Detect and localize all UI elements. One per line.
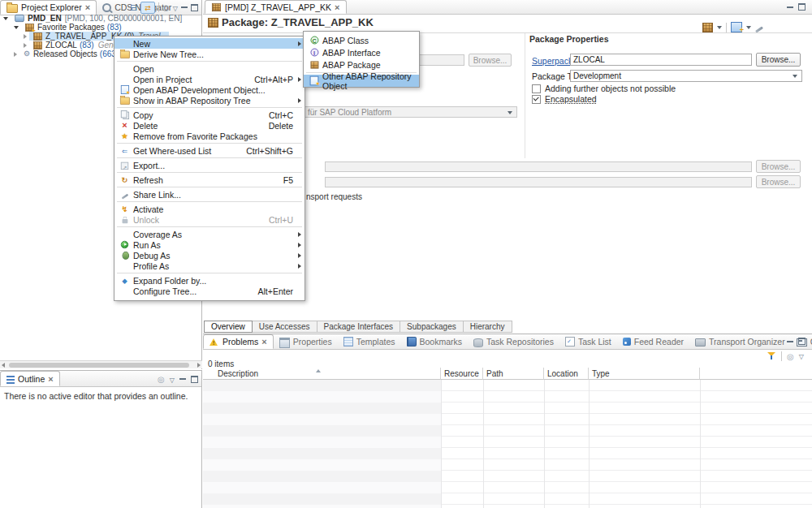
- horizontal-scrollbar[interactable]: [0, 360, 202, 368]
- menu-item-configure-tree[interactable]: Configure Tree...Alt+Enter: [114, 286, 304, 296]
- outline-view: Outline There is no active editor that p…: [0, 370, 202, 508]
- maximize-icon[interactable]: [798, 338, 806, 345]
- menu-item-expand-folder-by[interactable]: Expand Folder by...: [114, 275, 304, 286]
- close-icon[interactable]: [48, 374, 53, 384]
- derive-tree-icon: [120, 51, 130, 58]
- tab-task-repositories[interactable]: Task Repositories: [468, 334, 559, 349]
- tab-outline[interactable]: Outline: [0, 371, 60, 386]
- chevron-right-icon[interactable]: [24, 43, 27, 48]
- chevron-right-icon[interactable]: [24, 34, 27, 39]
- menu-item-show-in-abap-repository-tree[interactable]: Show in ABAP Repository Tree: [114, 95, 304, 105]
- tab-overview[interactable]: Overview: [204, 321, 253, 333]
- minimize-icon[interactable]: [179, 378, 186, 380]
- tab-transport-organizer[interactable]: Transport Organizer: [689, 334, 791, 349]
- checkbox-icon[interactable]: [532, 84, 541, 93]
- maximize-icon[interactable]: [191, 376, 198, 383]
- package-icon: [33, 41, 42, 50]
- menu-item-delete[interactable]: DeleteDelete: [114, 120, 304, 131]
- close-icon[interactable]: [261, 337, 266, 347]
- maximize-icon[interactable]: [191, 4, 198, 11]
- menu-item-run-as[interactable]: Run As: [114, 239, 304, 250]
- tab-editor-package[interactable]: [PMD] Z_TRAVEL_APP_KK: [205, 0, 347, 14]
- menu-item-export[interactable]: Export...: [114, 160, 304, 170]
- dropdown-caret-icon[interactable]: [717, 26, 722, 29]
- collapse-all-icon[interactable]: [130, 2, 137, 12]
- tab-subpackages[interactable]: Subpackages: [400, 321, 464, 333]
- checkbox-checked-icon[interactable]: [532, 95, 541, 104]
- column-path[interactable]: Path: [483, 368, 544, 380]
- menu-item-refresh[interactable]: RefreshF5: [114, 174, 304, 185]
- menu-item-coverage-as[interactable]: Coverage As: [114, 229, 304, 239]
- menu-item-activate[interactable]: Activate: [114, 204, 304, 214]
- tab-bookmarks[interactable]: Bookmarks: [401, 334, 469, 349]
- view-menu-icon[interactable]: [799, 351, 804, 361]
- column-description[interactable]: Description: [203, 368, 441, 380]
- menu-item-share-link[interactable]: Share Link...: [114, 189, 304, 200]
- minimize-icon[interactable]: [787, 341, 793, 342]
- chevron-right-icon[interactable]: [14, 52, 17, 57]
- focus-icon[interactable]: [162, 2, 170, 12]
- column-resource[interactable]: Resource: [441, 368, 483, 380]
- scroll-right-icon[interactable]: [197, 363, 201, 368]
- menu-item-debug-as[interactable]: Debug As: [114, 250, 304, 260]
- application-component-combo[interactable]: für SAP Cloud Platform: [268, 106, 517, 118]
- close-icon[interactable]: [85, 2, 90, 12]
- minimize-icon[interactable]: [181, 6, 188, 8]
- menu-item-get-where-used-list[interactable]: Get Where-used ListCtrl+Shift+G: [114, 145, 304, 156]
- menu-item-profile-as[interactable]: Profile As: [114, 260, 304, 271]
- superpackage-browse-button[interactable]: Browse...: [756, 53, 801, 67]
- browse-button-disabled[interactable]: Browse...: [469, 54, 512, 67]
- superpackage-input[interactable]: ZLOCAL: [570, 54, 752, 66]
- submenu-item-abap-package[interactable]: ABAP Package: [304, 58, 419, 71]
- menu-item-copy[interactable]: CopyCtrl+C: [114, 110, 304, 120]
- menu-item-remove-from-favorite-packages[interactable]: Remove from Favorite Packages: [114, 131, 304, 141]
- chevron-down-icon[interactable]: [14, 26, 19, 29]
- submenu-item-other-abap-repository-object[interactable]: Other ABAP Repository Object: [304, 75, 419, 87]
- new-wizard-icon[interactable]: [731, 22, 742, 32]
- minimize-icon[interactable]: [787, 6, 793, 8]
- package-navigate-icon[interactable]: [702, 23, 713, 32]
- left-form-field-2[interactable]: [325, 161, 752, 172]
- maximize-icon[interactable]: [798, 3, 806, 11]
- problems-table-body[interactable]: [203, 380, 812, 508]
- focus-icon[interactable]: [787, 351, 794, 361]
- close-icon[interactable]: [335, 2, 339, 12]
- submenu-item-abap-interface[interactable]: ABAP Interface: [304, 46, 419, 58]
- column-type[interactable]: Type: [589, 368, 700, 380]
- scrollbar-thumb[interactable]: [9, 363, 189, 368]
- browse-button[interactable]: Browse...: [756, 160, 801, 173]
- tree-row-favorite-packages[interactable]: Favorite Packages (83): [0, 23, 213, 32]
- menu-item-open-in-project[interactable]: Open in ProjectCtrl+Alt+P: [114, 74, 304, 84]
- package-type-select[interactable]: Development: [570, 70, 802, 82]
- checkbox-encapsulated[interactable]: Encapsulated: [532, 94, 597, 104]
- checkbox-adding-objects[interactable]: Adding further objects not possible: [532, 84, 676, 93]
- browse-button[interactable]: Browse...: [756, 175, 801, 188]
- menu-item-new[interactable]: New: [114, 38, 304, 49]
- submenu-item-abap-class[interactable]: ABAP Class: [304, 34, 419, 46]
- menu-item-open-abap-development-object[interactable]: Open ABAP Development Object...: [114, 84, 304, 95]
- menu-item-unlock[interactable]: UnlockCtrl+U: [114, 214, 304, 225]
- tree-row-project[interactable]: PMD_EN [PMD, 100, CB0000000001, EN]: [0, 14, 202, 23]
- column-location[interactable]: Location: [544, 368, 589, 380]
- filter-icon[interactable]: [767, 351, 776, 360]
- share-link-icon[interactable]: [755, 26, 763, 32]
- menu-item-derive-new-tree[interactable]: Derive New Tree...: [114, 49, 304, 59]
- dropdown-caret-icon[interactable]: [746, 26, 751, 29]
- left-form-field-3[interactable]: [325, 177, 752, 187]
- menu-item-open[interactable]: Open: [114, 63, 304, 74]
- tab-project-explorer[interactable]: Project Explorer: [0, 0, 97, 15]
- tab-feed-reader[interactable]: Feed Reader: [617, 334, 689, 349]
- chevron-down-icon[interactable]: [3, 17, 8, 20]
- tab-use-accesses[interactable]: Use Accesses: [253, 321, 317, 333]
- scroll-left-icon[interactable]: [2, 363, 5, 368]
- tab-task-list[interactable]: Task List: [559, 334, 617, 349]
- view-menu-icon[interactable]: [170, 374, 175, 385]
- tab-package-interfaces[interactable]: Package Interfaces: [317, 321, 401, 333]
- tab-properties[interactable]: Properties: [274, 334, 338, 349]
- tab-templates[interactable]: Templates: [338, 334, 401, 349]
- link-with-editor-icon[interactable]: [140, 2, 155, 14]
- tab-hierarchy[interactable]: Hierarchy: [464, 321, 512, 333]
- tab-problems[interactable]: Problems: [203, 334, 274, 349]
- view-menu-icon[interactable]: [173, 2, 178, 13]
- focus-icon[interactable]: [158, 374, 165, 384]
